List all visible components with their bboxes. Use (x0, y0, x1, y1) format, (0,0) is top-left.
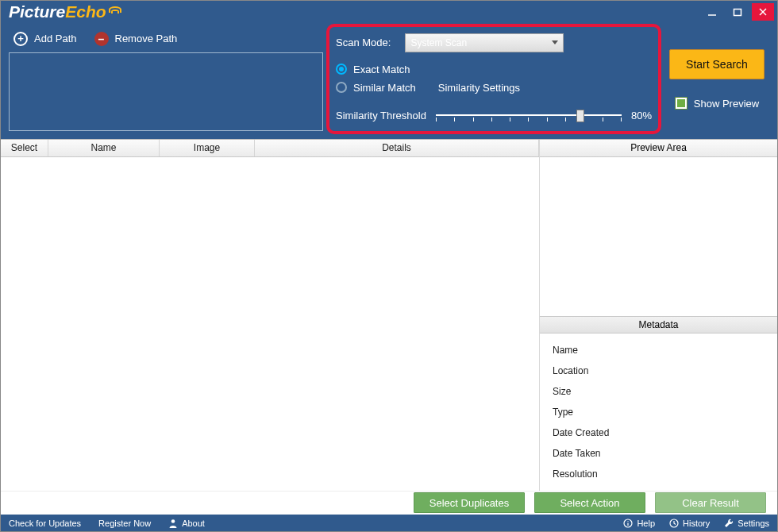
scan-mode-select[interactable]: System Scan (405, 33, 564, 52)
select-duplicates-button[interactable]: Select Duplicates (414, 492, 525, 513)
exact-match-radio[interactable] (336, 64, 347, 75)
check-updates-link[interactable]: Check for Updates (9, 519, 81, 528)
logo-text-2: Echo (65, 2, 106, 21)
svg-rect-1 (734, 10, 741, 16)
history-link[interactable]: History (669, 519, 710, 528)
results-list (1, 157, 539, 491)
path-list[interactable] (9, 52, 323, 131)
remove-path-button[interactable]: – Remove Path (94, 32, 178, 46)
similar-match-radio[interactable] (336, 82, 347, 93)
col-name[interactable]: Name (48, 140, 160, 156)
preview-area-header: Preview Area (540, 140, 777, 157)
start-search-button[interactable]: Start Search (669, 49, 765, 79)
help-link[interactable]: Help (623, 519, 655, 528)
path-panel: + Add Path – Remove Path (9, 29, 323, 131)
add-path-button[interactable]: + Add Path (13, 32, 77, 46)
titlebar: PictureEcho (1, 1, 777, 24)
register-link[interactable]: Register Now (98, 519, 151, 528)
status-bar: Check for Updates Register Now About Hel… (1, 515, 777, 531)
wrench-icon (724, 519, 734, 528)
svg-point-7 (628, 520, 629, 521)
svg-point-4 (171, 519, 175, 523)
top-panel: + Add Path – Remove Path Scan Mode: Syst… (1, 24, 777, 139)
results-area: Select Name Image Details (1, 140, 539, 491)
history-icon (669, 519, 679, 528)
threshold-slider[interactable] (436, 108, 622, 124)
clear-result-button[interactable]: Clear Result (655, 492, 766, 513)
about-link[interactable]: About (168, 519, 205, 528)
logo-text-1: Picture (9, 2, 65, 21)
settings-link[interactable]: Settings (724, 519, 769, 528)
info-icon (623, 519, 633, 528)
preview-metadata-area: Preview Area Metadata Name Location Size… (539, 140, 777, 491)
meta-type: Type (553, 407, 765, 418)
add-path-label: Add Path (34, 33, 77, 44)
similarity-settings-link[interactable]: Similarity Settings (438, 82, 520, 94)
meta-size: Size (553, 386, 765, 397)
metadata-list: Name Location Size Type Date Created Dat… (540, 333, 777, 491)
plus-icon: + (13, 32, 28, 46)
close-button[interactable] (752, 3, 774, 21)
exact-match-label: Exact Match (353, 64, 410, 75)
scan-mode-label: Scan Mode: (336, 37, 391, 48)
threshold-value: 80% (631, 110, 652, 121)
show-preview-toggle[interactable]: Show Preview (675, 97, 759, 110)
remove-path-label: Remove Path (115, 33, 178, 44)
maximize-button[interactable] (726, 3, 749, 21)
minus-icon: – (94, 32, 109, 46)
action-bar: Select Duplicates Select Action Clear Re… (1, 491, 777, 515)
person-icon (168, 519, 178, 528)
col-details[interactable]: Details (255, 140, 539, 156)
chevron-down-icon (552, 40, 558, 44)
right-action-panel: Start Search Show Preview (664, 29, 769, 131)
meta-date-taken: Date Taken (553, 448, 765, 459)
slider-thumb[interactable] (576, 110, 584, 122)
metadata-header: Metadata (540, 316, 777, 333)
select-action-button[interactable]: Select Action (534, 492, 645, 513)
preview-box (540, 157, 777, 316)
show-preview-label: Show Preview (694, 98, 759, 110)
app-logo: PictureEcho (9, 2, 122, 21)
scan-mode-value: System Scan (410, 37, 467, 48)
content-area: Select Name Image Details Preview Area M… (1, 139, 777, 491)
minimize-button[interactable] (701, 3, 723, 21)
meta-resolution: Resolution (553, 468, 765, 480)
threshold-label: Similarity Threshold (336, 110, 426, 121)
col-select[interactable]: Select (1, 140, 48, 156)
wifi-icon (108, 6, 122, 17)
results-column-headers: Select Name Image Details (1, 140, 539, 157)
similar-match-label: Similar Match (353, 82, 416, 94)
meta-name: Name (553, 345, 765, 356)
scan-options-panel: Scan Mode: System Scan Exact Match Simil… (331, 29, 657, 131)
meta-location: Location (553, 365, 765, 376)
col-image[interactable]: Image (160, 140, 255, 156)
meta-date-created: Date Created (553, 427, 765, 438)
checkbox-icon (675, 97, 687, 110)
